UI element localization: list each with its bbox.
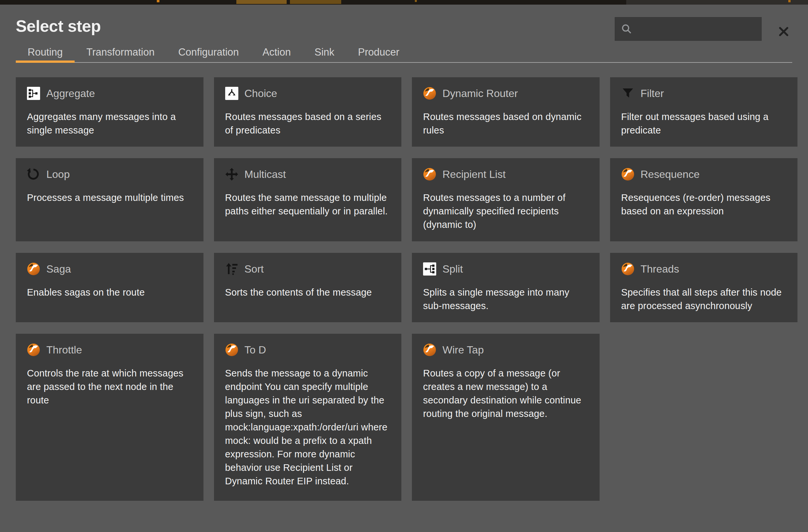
tab-routing[interactable]: Routing (16, 42, 75, 62)
camel-logo-icon (27, 262, 40, 276)
step-card-header: Recipient List (423, 167, 587, 182)
step-card-resequence[interactable]: ResequenceResequences (re-order) message… (610, 158, 798, 241)
step-card-header: Wire Tap (423, 342, 587, 357)
aggregate-icon (27, 87, 40, 100)
step-description: Routes messages to a number of dynamical… (423, 191, 587, 232)
step-title: Loop (47, 168, 70, 181)
background-accent-tick (788, 0, 791, 2)
step-card-header: Saga (27, 261, 191, 276)
step-title: Sort (244, 263, 264, 275)
tab-action[interactable]: Action (251, 42, 303, 62)
step-description: Controls the rate at which messages are … (27, 367, 191, 407)
step-title: Threads (641, 263, 679, 275)
step-title: Aggregate (47, 88, 95, 99)
step-card-header: Resequence (621, 167, 785, 182)
step-card-header: Sort (225, 261, 389, 276)
step-card-throttle[interactable]: ThrottleControls the rate at which messa… (16, 334, 203, 501)
step-card-aggregate[interactable]: AggregateAggregates many messages into a… (16, 77, 203, 147)
step-card-header: Filter (621, 86, 785, 101)
step-description: Routes messages based on a series of pre… (225, 110, 389, 137)
sort-amount-icon (225, 262, 238, 276)
step-description: Routes a copy of a message (or creates a… (423, 367, 587, 421)
step-description: Sorts the contents of the message (225, 286, 389, 299)
step-card-header: Choice (225, 86, 389, 101)
camel-logo-icon (423, 87, 436, 100)
background-accent-tick (157, 0, 160, 2)
search-box[interactable] (615, 17, 761, 41)
step-card-header: Throttle (27, 342, 191, 357)
search-icon (621, 23, 632, 35)
step-description: Routes messages based on dynamic rules (423, 110, 587, 137)
step-card-wire-tap[interactable]: Wire TapRoutes a copy of a message (or c… (412, 334, 600, 501)
camel-logo-icon (27, 343, 40, 356)
step-card-multicast[interactable]: MulticastRoutes the same message to mult… (214, 158, 402, 241)
step-card-threads[interactable]: ThreadsSpecifies that all steps after th… (610, 253, 798, 322)
step-title: Split (442, 263, 463, 275)
step-title: Multicast (244, 168, 286, 181)
step-description: Routes the same message to multiple path… (225, 191, 389, 218)
step-description: Resequences (re-order) messages based on… (621, 191, 785, 218)
camel-logo-icon (621, 168, 635, 181)
step-description: Sends the message to a dynamic endpoint … (225, 367, 389, 488)
step-card-filter[interactable]: FilterFilter out messages based using a … (610, 77, 798, 147)
step-description: Specifies that all steps after this node… (621, 286, 785, 313)
step-card-header: To D (225, 342, 389, 357)
camel-logo-icon (423, 343, 436, 356)
step-card-split[interactable]: SplitSplits a single message into many s… (412, 253, 600, 322)
background-tab-block (236, 0, 287, 4)
search-input[interactable] (632, 17, 770, 40)
tab-transformation[interactable]: Transformation (75, 42, 166, 62)
select-step-modal: Select step RoutingTransformationConfigu… (0, 5, 808, 532)
step-card-header: Aggregate (27, 86, 191, 101)
close-button[interactable] (774, 22, 793, 41)
step-description: Enables sagas on the route (27, 286, 191, 299)
step-card-choice[interactable]: ChoiceRoutes messages based on a series … (214, 77, 402, 147)
step-title: Choice (244, 88, 277, 99)
step-title: To D (244, 344, 266, 356)
step-card-header: Split (423, 261, 587, 276)
camel-logo-icon (225, 343, 238, 356)
filter-funnel-icon (621, 87, 635, 100)
step-title: Throttle (47, 344, 82, 356)
steps-grid: AggregateAggregates many messages into a… (16, 77, 797, 501)
step-description: Processes a message multiple times (27, 191, 191, 204)
tab-sink[interactable]: Sink (303, 42, 346, 62)
step-title: Recipient List (442, 168, 506, 181)
step-card-loop[interactable]: LoopProcesses a message multiple times (16, 158, 203, 241)
step-card-header: Dynamic Router (423, 86, 587, 101)
tab-configuration[interactable]: Configuration (166, 42, 251, 62)
background-panel-edge (626, 0, 808, 5)
background-accent-tick (415, 0, 417, 2)
step-card-recipient-list[interactable]: Recipient ListRoutes messages to a numbe… (412, 158, 600, 241)
multicast-arrows-icon (225, 168, 238, 181)
close-icon (777, 25, 790, 38)
step-description: Splits a single message into many sub-me… (423, 286, 587, 313)
split-icon (423, 262, 436, 276)
background-app-strip (0, 0, 808, 5)
step-card-to-d[interactable]: To DSends the message to a dynamic endpo… (214, 334, 402, 501)
camel-logo-icon (423, 168, 436, 181)
step-card-header: Threads (621, 261, 785, 276)
step-card-header: Loop (27, 167, 191, 182)
choice-icon (225, 87, 238, 100)
step-card-sort[interactable]: SortSorts the contents of the message (214, 253, 402, 322)
tab-bar: RoutingTransformationConfigurationAction… (16, 42, 792, 63)
step-card-saga[interactable]: SagaEnables sagas on the route (16, 253, 203, 322)
step-title: Resequence (641, 168, 700, 181)
step-title: Dynamic Router (442, 88, 518, 99)
step-description: Aggregates many messages into a single m… (27, 110, 191, 137)
loop-arrow-icon (27, 168, 40, 181)
step-card-dynamic-router[interactable]: Dynamic RouterRoutes messages based on d… (412, 77, 600, 147)
modal-header: Select step (0, 5, 808, 41)
step-title: Saga (47, 263, 71, 275)
tab-producer[interactable]: Producer (346, 42, 411, 62)
step-title: Filter (641, 88, 664, 99)
step-title: Wire Tap (442, 344, 484, 356)
step-description: Filter out messages based using a predic… (621, 110, 785, 137)
background-tab-block (290, 0, 341, 4)
step-card-header: Multicast (225, 167, 389, 182)
camel-logo-icon (621, 262, 635, 276)
